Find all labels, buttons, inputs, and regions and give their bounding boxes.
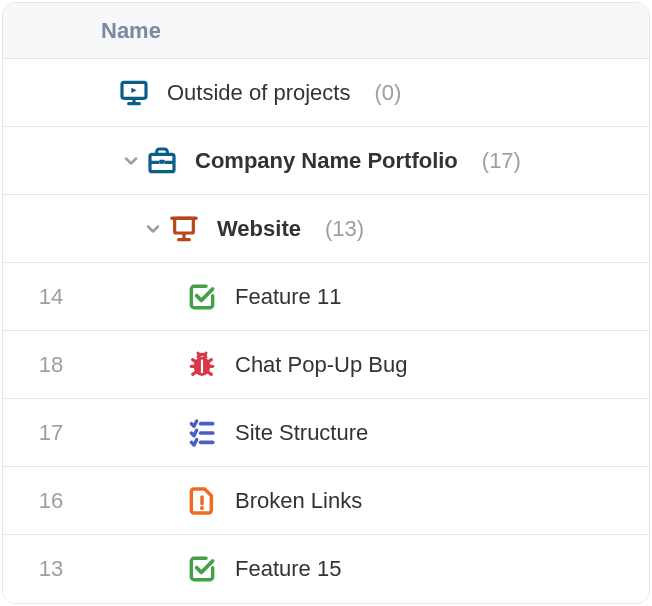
svg-rect-5 — [159, 159, 164, 163]
svg-line-17 — [207, 359, 211, 362]
project-icon — [117, 76, 151, 110]
tree-row[interactable]: 16 Broken Links — [3, 467, 649, 535]
checkbox-checked-icon — [185, 552, 219, 586]
row-number: 13 — [13, 556, 89, 582]
svg-marker-3 — [131, 87, 136, 92]
svg-point-26 — [200, 506, 204, 510]
row-label: Broken Links — [235, 488, 362, 514]
svg-line-20 — [198, 353, 199, 356]
checkbox-checked-icon — [185, 280, 219, 314]
svg-rect-9 — [175, 218, 194, 233]
row-label: Chat Pop-Up Bug — [235, 352, 407, 378]
tree-row[interactable]: Website (13) — [3, 195, 649, 263]
row-label: Site Structure — [235, 420, 368, 446]
row-number: 16 — [13, 488, 89, 514]
svg-line-21 — [205, 353, 206, 356]
row-label: Website — [217, 216, 301, 242]
tree-row[interactable]: 18 Chat Pop-Up Bug — [3, 331, 649, 399]
tree-row[interactable]: 13 Feature 15 — [3, 535, 649, 603]
row-number: 14 — [13, 284, 89, 310]
row-count: (13) — [325, 216, 364, 242]
row-number: 18 — [13, 352, 89, 378]
tree-row[interactable]: 14 Feature 11 — [3, 263, 649, 331]
backlog-icon — [185, 416, 219, 450]
row-count: (17) — [482, 148, 521, 174]
tree-row[interactable]: Outside of projects (0) — [3, 59, 649, 127]
row-count: (0) — [374, 80, 401, 106]
svg-line-18 — [193, 371, 197, 374]
tree-panel: Name Outside of projects (0) — [2, 2, 650, 604]
header-name-col[interactable]: Name — [101, 18, 161, 44]
header-row: Name — [3, 3, 649, 59]
row-number: 17 — [13, 420, 89, 446]
svg-line-19 — [207, 371, 211, 374]
row-label: Feature 15 — [235, 556, 341, 582]
chevron-down-icon[interactable] — [117, 151, 145, 171]
briefcase-icon — [145, 144, 179, 178]
alert-file-icon — [185, 484, 219, 518]
svg-line-16 — [193, 359, 197, 362]
row-label: Company Name Portfolio — [195, 148, 458, 174]
tree-row[interactable]: 17 Site Structure — [3, 399, 649, 467]
presentation-icon — [167, 212, 201, 246]
tree-row[interactable]: Company Name Portfolio (17) — [3, 127, 649, 195]
row-label: Feature 11 — [235, 284, 341, 310]
bug-icon — [185, 348, 219, 382]
chevron-down-icon[interactable] — [139, 219, 167, 239]
row-label: Outside of projects — [167, 80, 350, 106]
